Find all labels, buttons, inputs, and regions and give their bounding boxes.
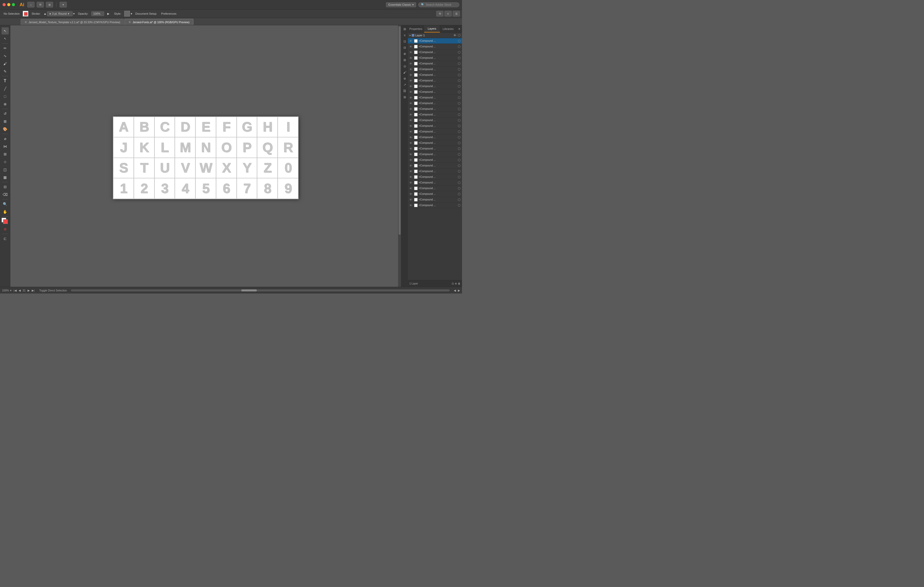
vertical-scrollbar[interactable] xyxy=(398,25,401,287)
layer-visibility-toggle[interactable]: 👁 xyxy=(409,198,413,201)
layer-item[interactable]: 👁 <Compound ... xyxy=(408,117,462,123)
layer-visibility-toggle[interactable]: 👁 xyxy=(409,96,413,99)
layer-visibility-toggle[interactable]: 👁 xyxy=(409,45,413,48)
curvature-tool[interactable]: ∿ xyxy=(2,52,9,59)
layer-visibility-toggle[interactable]: 👁 xyxy=(409,153,413,156)
actions-icon[interactable]: ⊞ xyxy=(402,94,408,100)
workspace-selector[interactable]: Essentials Classic ▾ xyxy=(386,2,416,7)
layer-visibility-toggle[interactable]: 👁 xyxy=(409,119,413,122)
arrange-view-button[interactable]: ⧉ xyxy=(436,11,444,16)
scroll-left-icon[interactable]: ◀ xyxy=(454,289,456,292)
layer-item[interactable]: 👁 <Compound ... xyxy=(408,140,462,146)
layer-visibility-toggle[interactable]: 👁 xyxy=(409,158,413,161)
tab-close-icon-2[interactable]: ✕ xyxy=(129,20,131,24)
tab-libraries[interactable]: Libraries xyxy=(440,25,456,33)
none-color-button[interactable]: ⊘ xyxy=(2,225,9,233)
select-tool[interactable]: ↖ xyxy=(2,27,9,35)
rotate-tool[interactable]: ↺ xyxy=(2,110,9,117)
export-icon[interactable]: ↗ xyxy=(402,82,408,88)
layer-item[interactable]: 👁 <Compound ... xyxy=(408,112,462,117)
scroll-right-icon[interactable]: ▶ xyxy=(458,289,460,292)
panel-collapse-button[interactable]: ✕ xyxy=(456,25,462,33)
align-icon[interactable]: ⊟ xyxy=(402,45,408,51)
layer-item[interactable]: 👁 <Compound ... xyxy=(408,89,462,95)
tab-properties[interactable]: Properties xyxy=(408,25,424,33)
layer-visibility-toggle[interactable]: 👁 xyxy=(409,136,413,139)
layer-item[interactable]: 👁 <Compound ... xyxy=(408,78,462,84)
layer-item[interactable]: 👁 <Compound ... xyxy=(408,84,462,89)
stroke-arrow-down[interactable]: ▾ xyxy=(73,12,75,15)
layer-item[interactable]: 👁 <Compound ... xyxy=(408,61,462,66)
layer-visibility-toggle[interactable]: 👁 xyxy=(409,181,413,184)
artboard-tool[interactable]: ⊏ xyxy=(2,235,9,242)
pathfinder-icon[interactable]: ⊕ xyxy=(402,51,408,57)
layer-item[interactable]: 👁 <Compound ... xyxy=(408,49,462,55)
bar-chart-tool[interactable]: ▦ xyxy=(2,174,9,181)
direct-select-tool[interactable]: ↖ xyxy=(2,35,9,42)
layer-item[interactable]: 👁 <Compound ... xyxy=(408,123,462,129)
layer-item[interactable]: 👁 <Compound ... xyxy=(408,72,462,78)
layer-item[interactable]: 👁 <Compound ... xyxy=(408,157,462,163)
layer-visibility-toggle[interactable]: 👁 xyxy=(409,74,413,77)
paintbrush-tool[interactable]: 🖌 xyxy=(2,60,9,67)
pencil-tool[interactable]: ✎ xyxy=(2,68,9,75)
layer-item[interactable]: 👁 <Compound ... xyxy=(408,174,462,180)
layer-visibility-toggle[interactable]: 👁 xyxy=(409,68,413,71)
layer-visibility-toggle[interactable]: 👁 xyxy=(409,113,413,116)
minimize-button[interactable] xyxy=(7,3,10,6)
layer-visibility-toggle[interactable]: 👁 xyxy=(409,192,413,196)
hand-tool[interactable]: ✋ xyxy=(2,208,9,215)
layer-item[interactable]: 👁 <Compound ... xyxy=(408,186,462,191)
tab-layers[interactable]: Layers xyxy=(424,25,441,33)
layers-icon[interactable]: ≡ xyxy=(402,33,408,38)
search-stock-input[interactable]: 🔍 Search Adobe Stock xyxy=(418,2,459,7)
free-transform-tool[interactable]: ⊠ xyxy=(2,118,9,125)
layers-list[interactable]: 👁 <Compound ... 👁 <Compound ... 👁 <Compo… xyxy=(408,38,462,280)
layer-item[interactable]: 👁 <Compound ... xyxy=(408,66,462,72)
layer-item[interactable]: 👁 <Compound ... xyxy=(408,197,462,202)
layer-item[interactable]: 👁 <Compound ... xyxy=(408,55,462,61)
close-button[interactable] xyxy=(3,3,6,6)
make-clip-mask-icon[interactable]: ⊡ xyxy=(452,282,454,285)
layer-item[interactable]: 👁 <Compound ... xyxy=(408,146,462,151)
rectangle-tool[interactable]: □ xyxy=(2,93,9,100)
layer-item[interactable]: 👁 <Compound ... xyxy=(408,106,462,112)
pen-tool[interactable]: ✏ xyxy=(2,44,9,52)
appearance-icon[interactable]: ◎ xyxy=(402,63,408,69)
arrange-button[interactable]: ⧉ xyxy=(36,2,44,7)
layer-visibility-toggle[interactable]: 👁 xyxy=(409,51,413,54)
zoom-control[interactable]: 100% ▾ xyxy=(2,289,12,292)
style-swatch[interactable]: ▾ xyxy=(124,11,132,16)
layer-visibility-toggle[interactable]: 👁 xyxy=(409,130,413,133)
layer-visibility-toggle[interactable]: 👁 xyxy=(409,62,413,65)
layer-item[interactable]: 👁 <Compound ... xyxy=(408,135,462,140)
link-icon[interactable]: ⛓ xyxy=(402,88,408,94)
mesh-tool[interactable]: ⊹ xyxy=(2,158,9,165)
layer-visibility-icon[interactable]: 👁 xyxy=(454,34,456,37)
warp-tool[interactable]: ⌀ xyxy=(2,135,9,142)
grid-button[interactable]: ⊞ xyxy=(46,2,53,7)
delete-layer-icon[interactable]: 🗑 xyxy=(458,282,460,285)
maximize-button[interactable] xyxy=(12,3,15,6)
layout-button[interactable]: ≡ xyxy=(444,11,452,16)
text-tool[interactable]: T xyxy=(2,77,9,84)
tab-texture-template[interactable]: ✕ Jersied_Model_Texture_Template v.2.1.a… xyxy=(21,19,124,25)
layer-visibility-toggle[interactable]: 👁 xyxy=(409,204,413,207)
slice-tool[interactable]: ⊟ xyxy=(2,183,9,191)
layer-visibility-toggle[interactable]: 👁 xyxy=(409,85,413,88)
layer-visibility-toggle[interactable]: 👁 xyxy=(409,176,413,179)
layer-visibility-toggle[interactable]: 👁 xyxy=(409,39,413,43)
stroke-selector[interactable]: ● 3 pt. Round ▾ xyxy=(47,12,73,16)
layer-item[interactable]: 👁 <Compound ... xyxy=(408,163,462,169)
nav-next-icon[interactable]: ▶ xyxy=(28,289,30,292)
tab-fonts[interactable]: ✕ Jersied-Fonts.ai* @ 100% (RGB/GPU Prev… xyxy=(125,19,193,25)
layer-visibility-toggle[interactable]: 👁 xyxy=(409,56,413,59)
layer-item[interactable]: 👁 <Compound ... xyxy=(408,191,462,197)
brush-icon[interactable]: 🖌 xyxy=(402,69,408,75)
tab-close-icon[interactable]: ✕ xyxy=(25,20,27,24)
layer-visibility-toggle[interactable]: 👁 xyxy=(409,79,413,82)
layer-item[interactable]: 👁 <Compound ... xyxy=(408,202,462,208)
shape-builder-tool[interactable]: ⊕ xyxy=(2,100,9,108)
stroke-arrow-up[interactable]: ▲ xyxy=(44,12,46,15)
layer-visibility-toggle[interactable]: 👁 xyxy=(409,107,413,110)
